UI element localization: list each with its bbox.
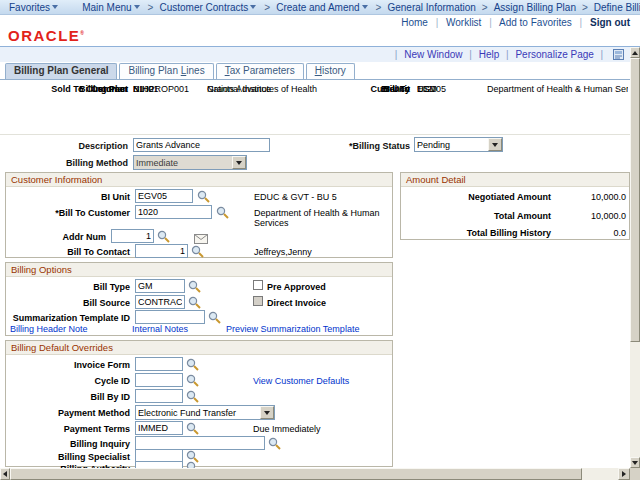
cycle-id-lookup-icon[interactable] [186,373,199,386]
summarization-template-id-input[interactable] [135,310,205,324]
bill-source-input[interactable] [135,295,185,309]
pipe-separator: | [580,17,583,28]
bill-by-id-lookup-icon[interactable] [186,389,199,402]
total-amount-label: Total Amount [401,211,551,221]
copy-url-icon[interactable] [613,49,624,62]
bi-unit-input[interactable] [135,189,193,203]
chevron-down-icon [362,5,368,9]
customer-information-group: Customer Information BI Unit EDUC & GVT … [5,172,393,258]
billing-default-overrides-group: Billing Default Overrides Invoice Form C… [5,340,393,467]
bi-unit-lookup-icon[interactable] [197,189,210,202]
billing-plan-desc: Grants Advance [207,84,271,94]
billing-options-title: Billing Options [6,263,392,277]
tab-billing-plan-lines[interactable]: Billing Plan Lines [119,63,213,79]
billing-method-select: Immediate [133,155,247,170]
breadcrumb-separator: > [376,2,382,13]
new-window-link[interactable]: New Window [404,49,462,60]
bi-unit-desc: EDUC & GVT - BU 5 [254,192,337,202]
bill-type-input[interactable] [135,279,185,293]
header-links: Home | Worklist | Add to Favorites | Sig… [401,17,630,28]
breadcrumb-general-information[interactable]: General Information [387,2,475,13]
worklist-link[interactable]: Worklist [446,17,481,28]
billing-default-overrides-title: Billing Default Overrides [6,341,392,355]
description-label: Description [0,141,128,151]
bill-to-contact-lookup-icon[interactable] [191,244,204,257]
breadcrumb-customer-contracts[interactable]: Customer Contracts [159,2,258,13]
billing-plan-label: Billing Plan [0,84,128,94]
bill-to-contact-field-label: Bill To Contact [6,247,130,257]
cycle-id-label: Cycle ID [6,376,130,386]
bill-to-customer-input[interactable] [135,205,212,219]
personalize-page-link[interactable]: Personalize Page [515,49,593,60]
addr-num-lookup-icon[interactable] [157,229,170,242]
bill-by-id-label: Bill By ID [6,392,130,402]
pre-approved-checkbox[interactable] [253,280,263,290]
payment-terms-input[interactable] [135,421,183,435]
pipe-separator: | [506,49,509,60]
scroll-down-button[interactable] [630,457,640,468]
payment-terms-lookup-icon[interactable] [186,421,199,434]
pre-approved-label: Pre Approved [267,282,326,292]
bill-type-lookup-icon[interactable] [188,279,201,292]
billing-header-note-link[interactable]: Billing Header Note [10,324,88,334]
sign-out-link[interactable]: Sign out [590,17,630,28]
addr-num-field-label: Addr Num [6,232,106,242]
summarization-template-id-lookup-icon[interactable] [208,310,221,323]
invoice-form-input[interactable] [135,357,183,371]
tab-tax-parameters[interactable]: Tax Parameters [216,63,304,79]
negotiated-amount-label: Negotiated Amount [401,192,551,202]
tab-rule [0,79,630,80]
scroll-left-button[interactable] [0,468,10,480]
tab-history[interactable]: History [306,63,355,79]
invoice-form-label: Invoice Form [6,360,130,370]
peoplesoft-billing-plan-page: Favorites Main Menu > Customer Contracts… [0,0,640,480]
addr-num-input[interactable] [111,229,154,243]
tab-bar: Billing Plan General Billing Plan Lines … [5,63,355,79]
horizontal-scroll-thumb[interactable] [10,468,582,480]
billing-inquiry-input[interactable] [135,436,265,450]
bill-source-field-label: Bill Source [6,298,130,308]
arrow-up-icon [632,51,638,55]
breadcrumb-define-billing-plan[interactable]: Define Billing Plan [594,2,640,13]
help-link[interactable]: Help [479,49,500,60]
description-input[interactable] [133,138,270,152]
bill-source-lookup-icon[interactable] [188,295,201,308]
invoice-form-lookup-icon[interactable] [186,357,199,370]
scroll-right-button[interactable] [618,468,630,480]
summarization-template-id-label: Summarization Template ID [6,313,130,323]
pipe-separator: | [489,17,492,28]
breadcrumb-assign-billing-plan[interactable]: Assign Billing Plan [494,2,576,13]
add-to-favorites-link[interactable]: Add to Favorites [499,17,572,28]
billing-inquiry-lookup-icon[interactable] [268,436,281,449]
home-link[interactable]: Home [401,17,428,28]
tab-billing-plan-general[interactable]: Billing Plan General [5,63,117,79]
vertical-scroll-thumb[interactable] [630,58,640,342]
main-menu[interactable]: Main Menu [82,2,141,13]
total-billing-history-value: 0.0 [613,228,626,238]
bill-type-field-label: Bill Type [6,282,130,292]
oracle-logo: ORACLE® [8,27,86,44]
preview-summarization-template-link[interactable]: Preview Summarization Template [226,324,359,334]
scrollbar-corner [630,468,640,480]
favorites-menu[interactable]: Favorites [9,2,60,13]
cycle-id-input[interactable] [135,373,183,387]
chevron-down-icon [250,5,256,9]
breadcrumb-separator: > [148,2,154,13]
bill-to-customer-field-label: *Bill To Customer [6,208,130,218]
arrow-down-icon [632,461,638,465]
billing-status-label: *Billing Status [302,141,410,151]
billing-status-select[interactable]: Pending [414,137,503,152]
direct-invoice-label: Direct Invoice [267,298,326,308]
bill-by-id-input[interactable] [135,389,183,403]
arrow-right-icon [622,471,626,477]
payment-method-select[interactable]: Electronic Fund Transfer [135,405,275,420]
bill-to-customer-lookup-icon[interactable] [216,205,229,218]
internal-notes-link[interactable]: Internal Notes [132,324,188,334]
pipe-separator: | [395,49,398,60]
bill-to-contact-input[interactable] [135,244,188,258]
view-customer-defaults-link[interactable]: View Customer Defaults [253,376,349,386]
amount-detail-title: Amount Detail [401,173,629,187]
payment-terms-desc: Due Immediately [253,424,321,434]
breadcrumb-create-and-amend[interactable]: Create and Amend [276,2,369,13]
scroll-up-button[interactable] [630,47,640,58]
